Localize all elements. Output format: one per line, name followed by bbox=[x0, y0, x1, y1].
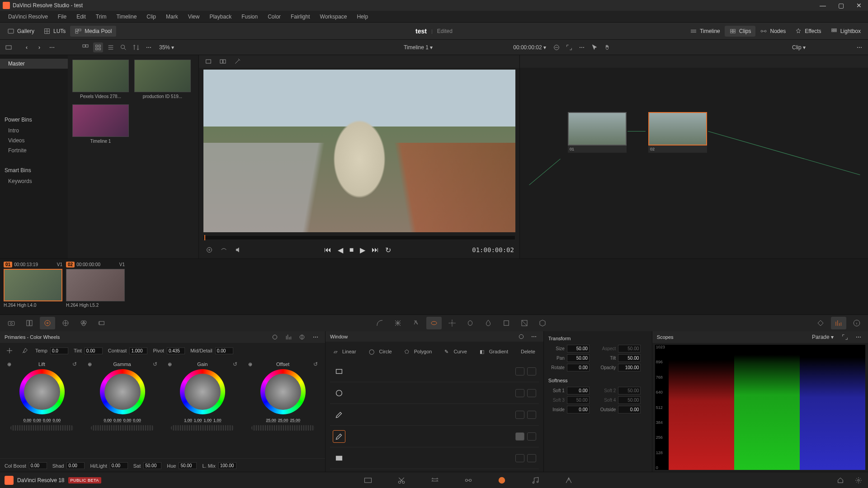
shape-gradient[interactable] bbox=[330, 447, 539, 469]
viewer-frame[interactable] bbox=[203, 70, 515, 232]
maximize-button[interactable]: ▢ bbox=[832, 0, 850, 11]
gain-wheel[interactable]: ⊕Gain↺ 1.001.001.001.00 bbox=[164, 361, 241, 455]
strip-clip-01[interactable]: 0100:00:13:19V1 H.264 High L4.0 bbox=[4, 262, 62, 308]
stop-button[interactable]: ■ bbox=[349, 246, 354, 254]
size-field[interactable] bbox=[567, 345, 590, 352]
more-icon[interactable]: ⋯ bbox=[47, 42, 57, 52]
delete-window-button[interactable]: Delete bbox=[517, 347, 539, 356]
bin-fortnite[interactable]: Fortnite bbox=[0, 145, 68, 155]
options-icon[interactable]: ⋯ bbox=[144, 42, 154, 52]
hue-field[interactable] bbox=[179, 462, 197, 469]
bin-intro[interactable]: Intro bbox=[0, 126, 68, 136]
shape-circle[interactable] bbox=[330, 382, 539, 404]
outside-field[interactable] bbox=[618, 406, 641, 413]
menu-clip[interactable]: Clip bbox=[142, 12, 160, 22]
wand-icon[interactable] bbox=[232, 56, 242, 66]
lift-jog[interactable] bbox=[10, 425, 74, 431]
timeline-selector[interactable]: Timeline 1 ▾ bbox=[401, 43, 435, 52]
pan-field[interactable] bbox=[567, 354, 590, 362]
page-edit[interactable] bbox=[429, 475, 440, 486]
gain-jog[interactable] bbox=[171, 425, 234, 431]
add-linear-button[interactable]: ▱ Linear bbox=[330, 346, 363, 357]
tab-magic-mask[interactable] bbox=[462, 317, 478, 329]
pointer-icon[interactable] bbox=[590, 42, 599, 52]
bin-view-icon[interactable] bbox=[4, 42, 14, 52]
pan-icon[interactable] bbox=[602, 42, 612, 52]
node-02[interactable]: 02 bbox=[648, 112, 707, 153]
highlight-icon[interactable] bbox=[203, 56, 213, 66]
window-options-icon[interactable]: ⋯ bbox=[529, 332, 539, 342]
offset-wheel[interactable]: ⊕Offset↺ 25.0025.0025.00 bbox=[245, 361, 321, 455]
minimize-button[interactable]: — bbox=[814, 0, 832, 11]
timeline-thumb[interactable]: Timeline 1 bbox=[72, 104, 129, 144]
reset-icon[interactable]: ↺ bbox=[233, 361, 237, 367]
reset-icon[interactable]: ↺ bbox=[72, 361, 77, 367]
tab-3d[interactable] bbox=[535, 317, 550, 329]
clips-button[interactable]: Clips bbox=[725, 26, 756, 37]
step-back-button[interactable]: ◀ bbox=[338, 246, 343, 254]
grid-view-icon[interactable] bbox=[93, 42, 103, 52]
menu-trim[interactable]: Trim bbox=[91, 12, 111, 22]
add-gradient-button[interactable]: ◧ Gradient bbox=[476, 346, 515, 357]
menu-help[interactable]: Help bbox=[352, 12, 373, 22]
reset-icon[interactable]: ↺ bbox=[153, 361, 157, 367]
shad-field[interactable] bbox=[66, 462, 85, 469]
menu-fusion[interactable]: Fusion bbox=[237, 12, 262, 22]
prev-clip-button[interactable]: ⏮ bbox=[324, 246, 331, 254]
page-deliver[interactable] bbox=[563, 475, 574, 486]
reticle-icon[interactable] bbox=[204, 245, 214, 255]
project-settings-icon[interactable] bbox=[854, 475, 863, 485]
shape-pen[interactable] bbox=[330, 404, 539, 426]
tab-curves[interactable] bbox=[372, 317, 387, 329]
shape-curve[interactable] bbox=[330, 426, 539, 447]
tab-color-match[interactable] bbox=[22, 317, 37, 329]
tilt-field[interactable] bbox=[618, 354, 641, 362]
tab-motion[interactable] bbox=[94, 317, 109, 329]
reset-icon[interactable]: ↺ bbox=[313, 361, 318, 367]
tab-key[interactable] bbox=[499, 317, 514, 329]
luts-button[interactable]: LUTs bbox=[39, 26, 70, 37]
menu-timeline[interactable]: Timeline bbox=[112, 12, 141, 22]
gallery-button[interactable]: Gallery bbox=[3, 26, 39, 37]
hilight-field[interactable] bbox=[110, 462, 128, 469]
timeline-button[interactable]: Timeline bbox=[685, 26, 725, 37]
pivot-field[interactable] bbox=[167, 347, 185, 354]
add-circle-button[interactable]: ◯ Circle bbox=[365, 346, 399, 357]
inside-field[interactable] bbox=[567, 406, 590, 413]
menu-view[interactable]: View bbox=[184, 12, 204, 22]
picker-icon[interactable] bbox=[20, 346, 30, 356]
page-cut[interactable] bbox=[396, 475, 407, 486]
scopes-mode[interactable]: Parade ▾ bbox=[809, 333, 836, 341]
tab-color-wheels[interactable] bbox=[40, 317, 55, 329]
temp-field[interactable] bbox=[50, 347, 68, 354]
scopes-expand-icon[interactable] bbox=[840, 332, 850, 342]
tab-rgb-mixer[interactable] bbox=[76, 317, 91, 329]
node-options-icon[interactable]: ⋯ bbox=[854, 42, 864, 52]
tab-camera-raw[interactable] bbox=[4, 317, 19, 329]
menu-mark[interactable]: Mark bbox=[161, 12, 183, 22]
scopes-options-icon[interactable]: ⋯ bbox=[854, 332, 863, 342]
menu-davinci[interactable]: DaVinci Resolve bbox=[4, 12, 52, 22]
gamma-jog[interactable] bbox=[91, 425, 154, 431]
add-curve-button[interactable]: ✎ Curve bbox=[441, 346, 474, 357]
bypass-icon[interactable] bbox=[552, 42, 561, 52]
page-media[interactable] bbox=[363, 475, 373, 486]
lift-wheel[interactable]: ⊕Lift↺ 0.000.000.000.00 bbox=[4, 361, 80, 455]
sort-icon[interactable] bbox=[131, 42, 141, 52]
menu-fairlight[interactable]: Fairlight bbox=[286, 12, 315, 22]
page-fairlight[interactable] bbox=[530, 475, 541, 486]
expand-icon[interactable] bbox=[564, 42, 574, 52]
opacity-field[interactable] bbox=[618, 364, 641, 371]
lmix-field[interactable] bbox=[218, 462, 236, 469]
viewer-timecode[interactable]: 00:00:00:02 ▾ bbox=[510, 43, 549, 52]
offset-jog[interactable] bbox=[251, 425, 315, 431]
log-mode-icon[interactable] bbox=[297, 332, 307, 342]
mediapool-button[interactable]: Media Pool bbox=[70, 26, 116, 37]
menu-color[interactable]: Color bbox=[263, 12, 285, 22]
strip-clip-02[interactable]: 0200:00:00:00V1 H.264 High L5.2 bbox=[66, 262, 125, 308]
page-fusion[interactable] bbox=[463, 475, 474, 486]
search-icon[interactable] bbox=[118, 42, 128, 52]
play-button[interactable]: ▶ bbox=[360, 246, 365, 254]
tab-qualifier[interactable] bbox=[408, 317, 424, 329]
menu-edit[interactable]: Edit bbox=[72, 12, 90, 22]
